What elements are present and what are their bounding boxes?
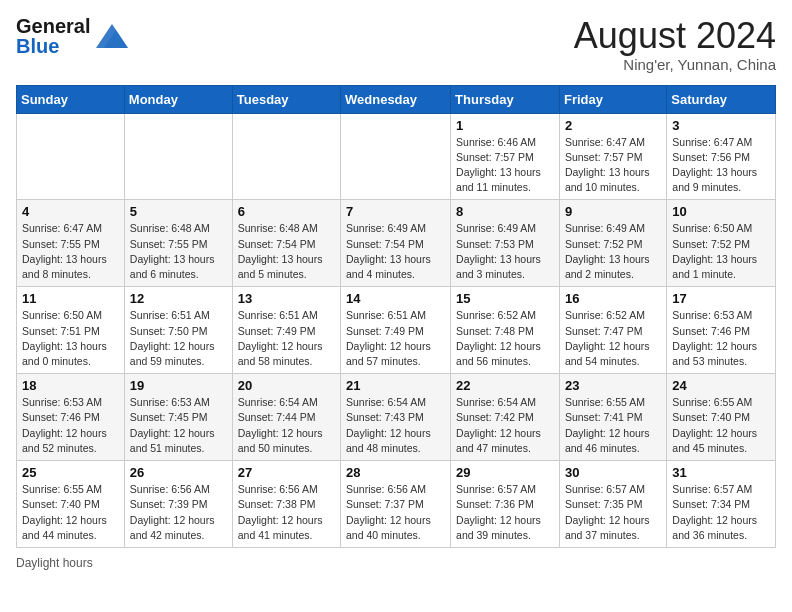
day-number: 12	[130, 291, 227, 306]
calendar-week-1: 1Sunrise: 6:46 AMSunset: 7:57 PMDaylight…	[17, 113, 776, 200]
day-info: Sunrise: 6:57 AMSunset: 7:34 PMDaylight:…	[672, 482, 770, 543]
day-number: 8	[456, 204, 554, 219]
weekday-header-wednesday: Wednesday	[341, 85, 451, 113]
calendar-week-3: 11Sunrise: 6:50 AMSunset: 7:51 PMDayligh…	[17, 287, 776, 374]
day-number: 21	[346, 378, 445, 393]
calendar-week-4: 18Sunrise: 6:53 AMSunset: 7:46 PMDayligh…	[17, 374, 776, 461]
day-info: Sunrise: 6:50 AMSunset: 7:51 PMDaylight:…	[22, 308, 119, 369]
calendar-cell: 7Sunrise: 6:49 AMSunset: 7:54 PMDaylight…	[341, 200, 451, 287]
day-number: 2	[565, 118, 661, 133]
calendar-week-5: 25Sunrise: 6:55 AMSunset: 7:40 PMDayligh…	[17, 461, 776, 548]
logo-text: General Blue	[16, 16, 90, 56]
calendar-cell: 2Sunrise: 6:47 AMSunset: 7:57 PMDaylight…	[559, 113, 666, 200]
day-info: Sunrise: 6:53 AMSunset: 7:46 PMDaylight:…	[672, 308, 770, 369]
page-header: General Blue August 2024 Ning'er, Yunnan…	[16, 16, 776, 73]
day-number: 16	[565, 291, 661, 306]
day-number: 7	[346, 204, 445, 219]
weekday-header-monday: Monday	[124, 85, 232, 113]
day-info: Sunrise: 6:51 AMSunset: 7:49 PMDaylight:…	[238, 308, 335, 369]
day-number: 30	[565, 465, 661, 480]
day-info: Sunrise: 6:53 AMSunset: 7:46 PMDaylight:…	[22, 395, 119, 456]
day-info: Sunrise: 6:54 AMSunset: 7:44 PMDaylight:…	[238, 395, 335, 456]
calendar-cell: 28Sunrise: 6:56 AMSunset: 7:37 PMDayligh…	[341, 461, 451, 548]
month-year: August 2024	[574, 16, 776, 56]
calendar-cell: 18Sunrise: 6:53 AMSunset: 7:46 PMDayligh…	[17, 374, 125, 461]
calendar-cell: 13Sunrise: 6:51 AMSunset: 7:49 PMDayligh…	[232, 287, 340, 374]
day-number: 29	[456, 465, 554, 480]
calendar-cell: 23Sunrise: 6:55 AMSunset: 7:41 PMDayligh…	[559, 374, 666, 461]
day-number: 24	[672, 378, 770, 393]
weekday-header-thursday: Thursday	[451, 85, 560, 113]
day-number: 20	[238, 378, 335, 393]
day-info: Sunrise: 6:50 AMSunset: 7:52 PMDaylight:…	[672, 221, 770, 282]
daylight-label: Daylight hours	[16, 556, 93, 570]
calendar-cell	[341, 113, 451, 200]
calendar-cell: 30Sunrise: 6:57 AMSunset: 7:35 PMDayligh…	[559, 461, 666, 548]
day-info: Sunrise: 6:47 AMSunset: 7:57 PMDaylight:…	[565, 135, 661, 196]
calendar-cell: 29Sunrise: 6:57 AMSunset: 7:36 PMDayligh…	[451, 461, 560, 548]
day-info: Sunrise: 6:48 AMSunset: 7:55 PMDaylight:…	[130, 221, 227, 282]
day-number: 4	[22, 204, 119, 219]
day-info: Sunrise: 6:49 AMSunset: 7:53 PMDaylight:…	[456, 221, 554, 282]
day-number: 31	[672, 465, 770, 480]
calendar-cell: 1Sunrise: 6:46 AMSunset: 7:57 PMDaylight…	[451, 113, 560, 200]
logo-icon	[96, 20, 128, 52]
location: Ning'er, Yunnan, China	[574, 56, 776, 73]
day-info: Sunrise: 6:57 AMSunset: 7:36 PMDaylight:…	[456, 482, 554, 543]
day-info: Sunrise: 6:49 AMSunset: 7:54 PMDaylight:…	[346, 221, 445, 282]
day-info: Sunrise: 6:55 AMSunset: 7:41 PMDaylight:…	[565, 395, 661, 456]
calendar-cell: 14Sunrise: 6:51 AMSunset: 7:49 PMDayligh…	[341, 287, 451, 374]
calendar-cell: 17Sunrise: 6:53 AMSunset: 7:46 PMDayligh…	[667, 287, 776, 374]
calendar-cell: 8Sunrise: 6:49 AMSunset: 7:53 PMDaylight…	[451, 200, 560, 287]
day-info: Sunrise: 6:56 AMSunset: 7:37 PMDaylight:…	[346, 482, 445, 543]
day-info: Sunrise: 6:52 AMSunset: 7:47 PMDaylight:…	[565, 308, 661, 369]
calendar-cell: 6Sunrise: 6:48 AMSunset: 7:54 PMDaylight…	[232, 200, 340, 287]
calendar-cell: 4Sunrise: 6:47 AMSunset: 7:55 PMDaylight…	[17, 200, 125, 287]
day-number: 11	[22, 291, 119, 306]
day-info: Sunrise: 6:53 AMSunset: 7:45 PMDaylight:…	[130, 395, 227, 456]
calendar-cell: 10Sunrise: 6:50 AMSunset: 7:52 PMDayligh…	[667, 200, 776, 287]
day-info: Sunrise: 6:56 AMSunset: 7:38 PMDaylight:…	[238, 482, 335, 543]
calendar-cell: 3Sunrise: 6:47 AMSunset: 7:56 PMDaylight…	[667, 113, 776, 200]
day-number: 26	[130, 465, 227, 480]
logo-line1: General	[16, 16, 90, 36]
calendar-cell	[124, 113, 232, 200]
day-info: Sunrise: 6:56 AMSunset: 7:39 PMDaylight:…	[130, 482, 227, 543]
day-info: Sunrise: 6:54 AMSunset: 7:43 PMDaylight:…	[346, 395, 445, 456]
day-info: Sunrise: 6:57 AMSunset: 7:35 PMDaylight:…	[565, 482, 661, 543]
day-number: 3	[672, 118, 770, 133]
weekday-header-tuesday: Tuesday	[232, 85, 340, 113]
day-number: 14	[346, 291, 445, 306]
day-info: Sunrise: 6:55 AMSunset: 7:40 PMDaylight:…	[672, 395, 770, 456]
weekday-header-row: SundayMondayTuesdayWednesdayThursdayFrid…	[17, 85, 776, 113]
logo: General Blue	[16, 16, 128, 56]
calendar-cell: 11Sunrise: 6:50 AMSunset: 7:51 PMDayligh…	[17, 287, 125, 374]
day-number: 22	[456, 378, 554, 393]
day-number: 13	[238, 291, 335, 306]
calendar-cell: 22Sunrise: 6:54 AMSunset: 7:42 PMDayligh…	[451, 374, 560, 461]
calendar-cell: 5Sunrise: 6:48 AMSunset: 7:55 PMDaylight…	[124, 200, 232, 287]
calendar-cell: 24Sunrise: 6:55 AMSunset: 7:40 PMDayligh…	[667, 374, 776, 461]
title-block: August 2024 Ning'er, Yunnan, China	[574, 16, 776, 73]
calendar-cell: 15Sunrise: 6:52 AMSunset: 7:48 PMDayligh…	[451, 287, 560, 374]
day-number: 9	[565, 204, 661, 219]
calendar-cell: 27Sunrise: 6:56 AMSunset: 7:38 PMDayligh…	[232, 461, 340, 548]
calendar-cell: 9Sunrise: 6:49 AMSunset: 7:52 PMDaylight…	[559, 200, 666, 287]
calendar-cell: 19Sunrise: 6:53 AMSunset: 7:45 PMDayligh…	[124, 374, 232, 461]
day-number: 25	[22, 465, 119, 480]
day-number: 10	[672, 204, 770, 219]
day-number: 15	[456, 291, 554, 306]
day-number: 28	[346, 465, 445, 480]
day-number: 19	[130, 378, 227, 393]
day-info: Sunrise: 6:51 AMSunset: 7:49 PMDaylight:…	[346, 308, 445, 369]
calendar-cell	[232, 113, 340, 200]
day-number: 1	[456, 118, 554, 133]
calendar-cell: 12Sunrise: 6:51 AMSunset: 7:50 PMDayligh…	[124, 287, 232, 374]
logo-line2: Blue	[16, 36, 90, 56]
footer-note: Daylight hours	[16, 556, 776, 570]
day-number: 27	[238, 465, 335, 480]
calendar-cell: 20Sunrise: 6:54 AMSunset: 7:44 PMDayligh…	[232, 374, 340, 461]
day-info: Sunrise: 6:54 AMSunset: 7:42 PMDaylight:…	[456, 395, 554, 456]
day-number: 17	[672, 291, 770, 306]
day-info: Sunrise: 6:47 AMSunset: 7:56 PMDaylight:…	[672, 135, 770, 196]
